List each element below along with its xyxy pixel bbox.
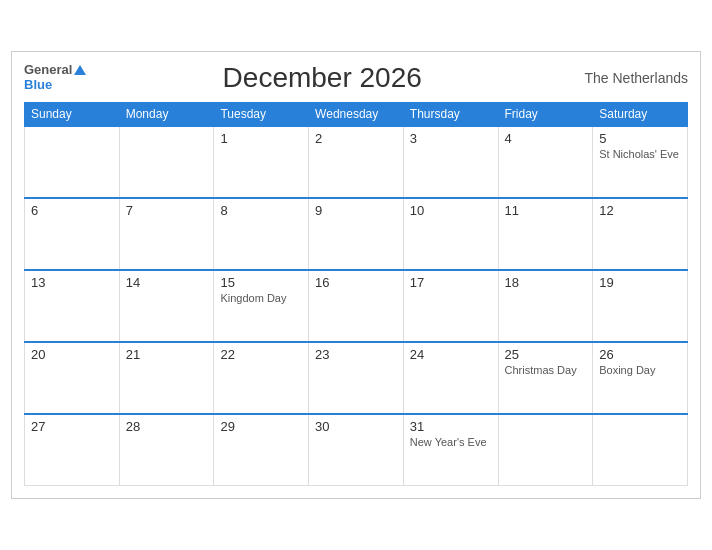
col-tuesday: Tuesday <box>214 102 309 126</box>
day-number: 18 <box>505 275 587 290</box>
day-number: 22 <box>220 347 302 362</box>
table-row: 2 <box>309 126 404 198</box>
table-row: 27 <box>25 414 120 486</box>
day-number: 16 <box>315 275 397 290</box>
day-number: 1 <box>220 131 302 146</box>
table-row <box>498 414 593 486</box>
col-friday: Friday <box>498 102 593 126</box>
col-monday: Monday <box>119 102 214 126</box>
table-row: 11 <box>498 198 593 270</box>
table-row: 13 <box>25 270 120 342</box>
calendar-header: General Blue December 2026 The Netherlan… <box>24 62 688 94</box>
day-number: 12 <box>599 203 681 218</box>
table-row: 26Boxing Day <box>593 342 688 414</box>
table-row: 16 <box>309 270 404 342</box>
day-number: 26 <box>599 347 681 362</box>
day-number: 15 <box>220 275 302 290</box>
table-row: 5St Nicholas' Eve <box>593 126 688 198</box>
day-number: 27 <box>31 419 113 434</box>
day-number: 3 <box>410 131 492 146</box>
calendar-body: 12345St Nicholas' Eve6789101112131415Kin… <box>25 126 688 486</box>
day-number: 23 <box>315 347 397 362</box>
table-row: 14 <box>119 270 214 342</box>
table-row: 9 <box>309 198 404 270</box>
table-row: 6 <box>25 198 120 270</box>
day-number: 5 <box>599 131 681 146</box>
day-number: 29 <box>220 419 302 434</box>
day-number: 6 <box>31 203 113 218</box>
day-event: Boxing Day <box>599 364 681 376</box>
day-number: 30 <box>315 419 397 434</box>
day-number: 8 <box>220 203 302 218</box>
logo-blue-text: Blue <box>24 78 86 92</box>
table-row: 23 <box>309 342 404 414</box>
table-row: 29 <box>214 414 309 486</box>
col-wednesday: Wednesday <box>309 102 404 126</box>
day-number: 28 <box>126 419 208 434</box>
day-number: 21 <box>126 347 208 362</box>
day-number: 7 <box>126 203 208 218</box>
table-row: 28 <box>119 414 214 486</box>
calendar-week-4: 202122232425Christmas Day26Boxing Day <box>25 342 688 414</box>
table-row: 17 <box>403 270 498 342</box>
table-row: 7 <box>119 198 214 270</box>
table-row: 24 <box>403 342 498 414</box>
calendar-table: Sunday Monday Tuesday Wednesday Thursday… <box>24 102 688 487</box>
table-row: 25Christmas Day <box>498 342 593 414</box>
col-thursday: Thursday <box>403 102 498 126</box>
table-row: 21 <box>119 342 214 414</box>
day-number: 13 <box>31 275 113 290</box>
day-number: 9 <box>315 203 397 218</box>
table-row <box>25 126 120 198</box>
day-number: 25 <box>505 347 587 362</box>
calendar-thead: Sunday Monday Tuesday Wednesday Thursday… <box>25 102 688 126</box>
col-saturday: Saturday <box>593 102 688 126</box>
day-event: Kingdom Day <box>220 292 302 304</box>
table-row: 1 <box>214 126 309 198</box>
calendar-week-5: 2728293031New Year's Eve <box>25 414 688 486</box>
table-row: 20 <box>25 342 120 414</box>
table-row: 19 <box>593 270 688 342</box>
table-row: 12 <box>593 198 688 270</box>
table-row: 15Kingdom Day <box>214 270 309 342</box>
calendar-week-3: 131415Kingdom Day16171819 <box>25 270 688 342</box>
day-number: 19 <box>599 275 681 290</box>
table-row: 18 <box>498 270 593 342</box>
calendar-week-1: 12345St Nicholas' Eve <box>25 126 688 198</box>
day-number: 11 <box>505 203 587 218</box>
table-row: 4 <box>498 126 593 198</box>
table-row: 10 <box>403 198 498 270</box>
table-row: 3 <box>403 126 498 198</box>
table-row <box>593 414 688 486</box>
day-number: 10 <box>410 203 492 218</box>
logo-triangle-icon <box>74 65 86 75</box>
calendar-title: December 2026 <box>86 62 558 94</box>
country-label: The Netherlands <box>558 70 688 86</box>
table-row: 31New Year's Eve <box>403 414 498 486</box>
day-event: St Nicholas' Eve <box>599 148 681 160</box>
day-number: 24 <box>410 347 492 362</box>
weekday-header-row: Sunday Monday Tuesday Wednesday Thursday… <box>25 102 688 126</box>
day-number: 20 <box>31 347 113 362</box>
day-number: 14 <box>126 275 208 290</box>
day-event: New Year's Eve <box>410 436 492 448</box>
table-row: 8 <box>214 198 309 270</box>
day-number: 17 <box>410 275 492 290</box>
logo-general-text: General <box>24 63 72 77</box>
col-sunday: Sunday <box>25 102 120 126</box>
day-number: 4 <box>505 131 587 146</box>
calendar-container: General Blue December 2026 The Netherlan… <box>11 51 701 500</box>
table-row: 30 <box>309 414 404 486</box>
table-row: 22 <box>214 342 309 414</box>
logo: General Blue <box>24 63 86 92</box>
table-row <box>119 126 214 198</box>
day-number: 2 <box>315 131 397 146</box>
day-event: Christmas Day <box>505 364 587 376</box>
day-number: 31 <box>410 419 492 434</box>
calendar-week-2: 6789101112 <box>25 198 688 270</box>
